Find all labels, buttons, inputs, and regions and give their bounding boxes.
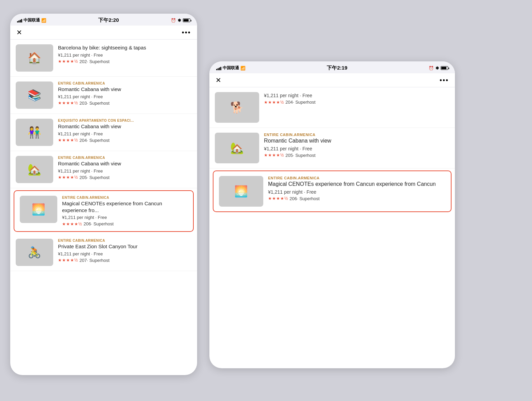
time-2: 下午2:19	[327, 65, 347, 71]
listing-rating: ★★★★½ 205· Superhost	[58, 175, 192, 180]
wifi-icon-1: 📶	[41, 18, 46, 23]
listing-category: ENTIRE CABIN.ARMENICA	[62, 196, 188, 199]
list-item[interactable]: ENTIRE CABIN.ARMENICA Romantic Cabana wi…	[10, 151, 197, 188]
status-bar-2: 中国联通 📶 下午2:19 ⏰ ✱	[209, 61, 455, 73]
close-button-2[interactable]: ✕	[216, 76, 221, 84]
battery-icon-1	[183, 18, 190, 22]
listing-list-1: Barcelona by bike: sightseeing & tapas ¥…	[10, 40, 197, 375]
status-icons-2: ⏰ ✱	[429, 66, 448, 71]
star-icons: ★★★★½	[268, 196, 288, 201]
list-item[interactable]: ENTIRE CABIN.ARMENICA Magical CENOTEs ex…	[213, 170, 452, 212]
list-item[interactable]: EXQUISITO APARTAMENTO CON ESPACI... Roma…	[10, 114, 197, 151]
carrier-signal-2: 中国联通 📶	[216, 65, 246, 71]
listing-rating: ★★★★½ 202· Superhost	[58, 59, 192, 64]
listing-info: ENTIRE CABIN.ARMENICA Romantic Cabana wi…	[58, 156, 192, 180]
time-1: 下午2:20	[98, 17, 119, 24]
listing-price: ¥1,211 per night · Free	[58, 94, 192, 99]
nav-bar-2: ✕ •••	[209, 73, 455, 87]
listing-rating: ★★★★½ 203· Superhost	[58, 101, 192, 106]
phone-2: 中国联通 📶 下午2:19 ⏰ ✱ ✕ ••• ¥1,211 per night…	[209, 61, 455, 368]
listing-title: Romantic Cabana with view	[264, 137, 449, 145]
listing-thumbnail	[16, 119, 53, 146]
bluetooth-icon-1: ✱	[178, 18, 181, 23]
carrier-signal-1: 中国联通 📶	[17, 17, 46, 23]
listing-review-count: 202· Superhost	[79, 59, 109, 64]
carrier-name-1: 中国联通	[24, 17, 40, 23]
list-item[interactable]: Barcelona by bike: sightseeing & tapas ¥…	[10, 40, 197, 77]
listing-review-count: 205· Superhost	[285, 153, 315, 158]
listing-thumbnail	[215, 133, 259, 163]
star-icons: ★★★★½	[58, 101, 78, 105]
star-icons: ★★★★½	[58, 175, 78, 180]
listing-thumbnail	[215, 92, 259, 123]
listing-info: ¥1,211 per night · Free ★★★★½ 204· Super…	[264, 92, 449, 105]
listing-thumbnail	[16, 44, 53, 72]
listing-rating: ★★★★½ 207· Superhost	[58, 258, 192, 263]
listing-thumbnail	[20, 196, 57, 223]
listing-info: EXQUISITO APARTAMENTO CON ESPACI... Roma…	[58, 119, 192, 143]
star-icons: ★★★★½	[58, 258, 78, 263]
listing-price: ¥1,211 per night · Free	[264, 93, 449, 98]
listing-review-count: 205· Superhost	[79, 175, 109, 180]
listing-rating: ★★★★½ 205· Superhost	[264, 153, 449, 158]
more-options-button-1[interactable]: •••	[182, 29, 191, 36]
listing-review-count: 207· Superhost	[79, 258, 109, 263]
listing-category: ENTIRE CABIN.ARMENICA	[58, 81, 192, 85]
listing-category: ENTIRE CABIN.ARMENICA	[268, 176, 445, 180]
listing-price: ¥1,211 per night · Free	[58, 53, 192, 58]
wifi-icon-2: 📶	[240, 66, 246, 71]
more-options-button-2[interactable]: •••	[440, 76, 449, 84]
listing-rating: ★★★★½ 206· Superhost	[268, 196, 445, 201]
listing-title: Private East Zion Slot Canyon Tour	[58, 243, 192, 250]
listing-price: ¥1,211 per night · Free	[58, 168, 192, 174]
alarm-icon-1: ⏰	[171, 18, 176, 23]
listing-list-2: ¥1,211 per night · Free ★★★★½ 204· Super…	[209, 87, 455, 368]
listing-info: ENTIRE CABIN.ARMENICA Magical CENOTEs ex…	[62, 196, 188, 226]
list-item[interactable]: ENTIRE CABIN.ARMENICA Private East Zion …	[10, 234, 197, 271]
listing-price: ¥1,211 per night · Free	[62, 215, 188, 220]
battery-icon-2	[441, 66, 448, 70]
listing-thumbnail	[219, 176, 263, 207]
list-item[interactable]: ¥1,211 per night · Free ★★★★½ 204· Super…	[209, 87, 455, 128]
listing-price: ¥1,211 per night · Free	[58, 131, 192, 136]
listing-title: Romantic Cabana with view	[58, 86, 192, 93]
listing-info: Barcelona by bike: sightseeing & tapas ¥…	[58, 44, 192, 64]
listing-info: ENTIRE CABIN.ARMENICA Private East Zion …	[58, 239, 192, 263]
list-item[interactable]: ENTIRE CABIN.ARMENICA Magical CENOTEs ex…	[14, 190, 194, 232]
listing-price: ¥1,211 per night · Free	[58, 251, 192, 256]
list-item[interactable]: ENTIRE CABIN.ARMENICA Romantic Cabana wi…	[10, 77, 197, 114]
list-item[interactable]: ENTIRE CABIN.ARMENICA Romantic Cabana wi…	[209, 128, 455, 168]
listing-thumbnail	[16, 156, 53, 183]
listing-category: ENTIRE CABIN.ARMENICA	[58, 239, 192, 242]
star-icons: ★★★★½	[264, 153, 284, 158]
listing-title: Romantic Cabana with view	[58, 160, 192, 167]
signal-bars-2	[216, 66, 221, 70]
listing-title: Magical CENOTEs experience from Cancun e…	[268, 181, 445, 188]
star-icons: ★★★★½	[264, 100, 284, 105]
listing-thumbnail	[16, 81, 53, 109]
listing-category: EXQUISITO APARTAMENTO CON ESPACI...	[58, 119, 192, 122]
listing-title: Barcelona by bike: sightseeing & tapas	[58, 44, 192, 51]
nav-bar-1: ✕ •••	[10, 26, 197, 40]
listing-title: Romantic Cabana with view	[58, 123, 192, 130]
listing-review-count: 204· Superhost	[285, 100, 315, 105]
listing-rating: ★★★★½ 204· Superhost	[58, 138, 192, 143]
listing-info: ENTIRE CABIN.ARMENICA Romantic Cabana wi…	[264, 133, 449, 158]
star-icons: ★★★★½	[58, 138, 78, 143]
bluetooth-icon-2: ✱	[435, 66, 439, 71]
signal-bars-1	[17, 18, 22, 23]
listing-info: ENTIRE CABIN.ARMENICA Romantic Cabana wi…	[58, 81, 192, 106]
status-icons-1: ⏰ ✱	[171, 18, 190, 23]
listing-review-count: 206· Superhost	[290, 196, 320, 201]
listing-review-count: 203· Superhost	[79, 101, 109, 106]
listing-rating: ★★★★½ 204· Superhost	[264, 100, 449, 105]
phone-1: 中国联通 📶 下午2:20 ⏰ ✱ ✕ ••• Barcelona by bik…	[10, 14, 197, 375]
listing-rating: ★★★★½ 206· Superhost	[62, 221, 188, 226]
listing-price: ¥1,211 per night · Free	[264, 146, 449, 151]
status-bar-1: 中国联通 📶 下午2:20 ⏰ ✱	[10, 14, 197, 26]
star-icons: ★★★★½	[58, 59, 78, 64]
close-button-1[interactable]: ✕	[16, 28, 22, 36]
listing-review-count: 204· Superhost	[79, 138, 109, 143]
listing-info: ENTIRE CABIN.ARMENICA Magical CENOTEs ex…	[268, 176, 445, 201]
carrier-name-2: 中国联通	[223, 65, 239, 71]
